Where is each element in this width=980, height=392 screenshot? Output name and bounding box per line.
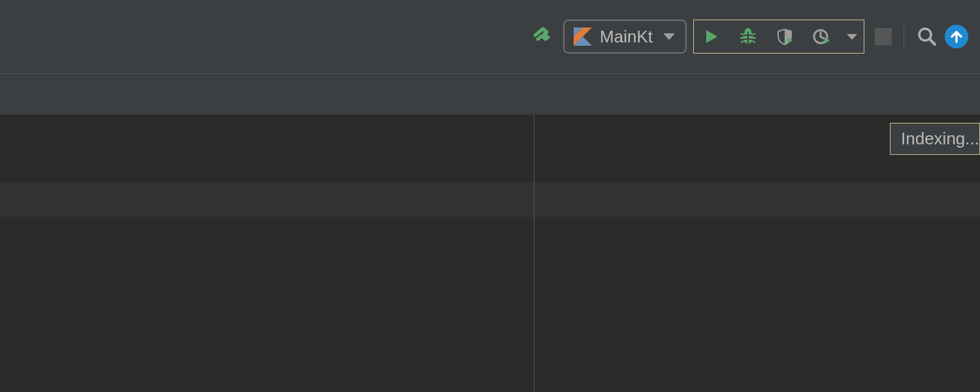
editor-line[interactable]	[0, 149, 980, 183]
svg-line-15	[930, 39, 935, 44]
run-actions-group	[693, 20, 864, 54]
toolbar-divider	[904, 24, 904, 49]
chevron-down-icon	[663, 33, 675, 40]
editor-line[interactable]	[0, 217, 980, 251]
editor-line-current[interactable]	[0, 183, 980, 217]
kotlin-icon	[574, 27, 592, 46]
build-button[interactable]	[531, 25, 553, 48]
run-config-label: MainKt	[600, 27, 653, 47]
navigation-bar	[0, 74, 980, 115]
svg-line-5	[741, 33, 743, 35]
shield-icon	[776, 27, 794, 46]
search-button[interactable]	[916, 25, 938, 48]
stop-button[interactable]	[875, 28, 892, 45]
bug-icon	[738, 27, 758, 46]
svg-line-6	[753, 33, 755, 35]
run-configuration-selector[interactable]: MainKt	[563, 20, 687, 54]
main-toolbar: MainKt	[0, 0, 980, 74]
arrow-up-icon	[949, 29, 964, 44]
indexing-label: Indexing...	[901, 129, 979, 148]
hammer-icon	[531, 26, 552, 47]
editor-area: Indexing...	[0, 115, 980, 392]
indexing-status-tooltip: Indexing...	[890, 123, 980, 155]
run-button[interactable]	[700, 25, 723, 48]
chevron-down-icon[interactable]	[847, 34, 857, 40]
svg-line-9	[741, 41, 743, 42]
debug-button[interactable]	[737, 25, 759, 48]
editor-split-divider[interactable]	[534, 115, 534, 392]
profiler-icon	[812, 27, 830, 46]
svg-line-13	[821, 37, 824, 39]
editor-line[interactable]	[0, 115, 980, 149]
play-icon	[703, 28, 720, 45]
coverage-button[interactable]	[774, 25, 796, 48]
update-button[interactable]	[945, 25, 968, 48]
profile-button[interactable]	[810, 25, 832, 48]
svg-line-10	[753, 41, 755, 42]
search-icon	[917, 27, 937, 46]
